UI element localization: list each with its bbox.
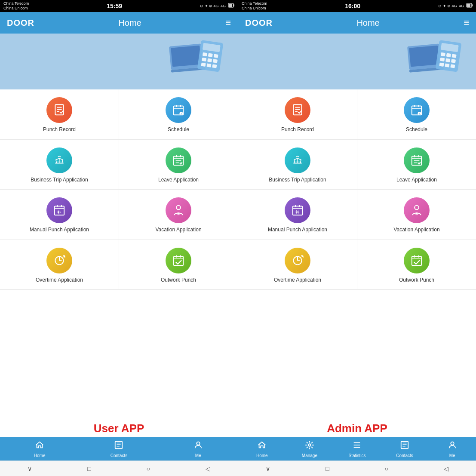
leave-icon — [166, 147, 191, 173]
status-bar: China Telecom China Unicom 15:59 ⊙ ✦ ⊛ 4… — [0, 0, 238, 12]
phones-container: China Telecom China Unicom 15:59 ⊙ ✦ ⊛ 4… — [0, 0, 476, 476]
overtime-label: Overtime Application — [36, 277, 83, 284]
svg-rect-72 — [452, 54, 457, 58]
manual-punch-label: Manual Punch Application — [268, 227, 327, 233]
menu-item-outwork[interactable]: Outwork Punch — [119, 240, 238, 290]
svg-text:4G: 4G — [459, 4, 464, 8]
outwork-icon — [404, 248, 430, 273]
svg-rect-4 — [233, 4, 234, 6]
bottom-nav: Home Manage Statistics Contacts Me — [238, 437, 476, 461]
schedule-label: Schedule — [406, 126, 427, 133]
leave-icon — [404, 147, 430, 173]
menu-button[interactable]: ≡ — [464, 17, 469, 28]
overtime-icon — [46, 248, 72, 273]
nav-item-contacts[interactable]: Contacts — [79, 437, 158, 461]
svg-rect-66 — [409, 46, 439, 67]
schedule-icon: 人 — [166, 97, 191, 123]
menu-item-schedule[interactable]: 人 Schedule — [119, 89, 238, 139]
svg-rect-55 — [115, 442, 123, 449]
status-time: 16:00 — [345, 3, 360, 9]
me-nav-label: Me — [195, 453, 201, 458]
schedule-label: Schedule — [168, 126, 189, 133]
menu-item-vacation[interactable]: Vacation Application — [357, 190, 476, 240]
manual-punch-icon: 补 — [46, 197, 72, 223]
svg-rect-6 — [171, 46, 201, 67]
admin-phone: China Telecom China Unicom 16:00 ⊙ ✦ ⊛ 4… — [238, 0, 476, 476]
nav-item-me[interactable]: Me — [428, 437, 476, 461]
menu-button[interactable]: ≡ — [225, 17, 231, 28]
svg-rect-77 — [445, 63, 449, 67]
punch-record-label: Punch Record — [43, 126, 76, 133]
contacts-nav-label: Contacts — [396, 453, 413, 458]
menu-item-leave[interactable]: Leave Application — [357, 140, 476, 190]
menu-item-manual-punch[interactable]: 补 Manual Punch Application — [238, 190, 357, 240]
home-nav-label: Home — [34, 453, 46, 458]
app-type-label: Admin APP — [238, 418, 476, 437]
menu-item-overtime[interactable]: Overtime Application — [238, 240, 357, 290]
nav-back[interactable]: ◁ — [199, 464, 217, 474]
header-title: Home — [118, 18, 141, 28]
nav-down[interactable]: ∨ — [259, 464, 277, 474]
menu-row-2: 补 Manual Punch Application Vacation Appl… — [238, 190, 476, 240]
punch-record-icon — [46, 97, 72, 123]
svg-rect-11 — [208, 53, 213, 57]
menu-row-1: Business Trip Application Leave Applicat… — [238, 140, 476, 190]
menu-item-manual-punch[interactable]: 补 Manual Punch Application — [0, 190, 119, 240]
menu-item-outwork[interactable]: Outwork Punch — [357, 240, 476, 290]
svg-rect-70 — [441, 52, 445, 56]
svg-rect-63 — [467, 4, 470, 7]
nav-square[interactable]: □ — [319, 464, 336, 474]
home-nav-icon — [35, 440, 44, 452]
svg-rect-16 — [201, 63, 206, 67]
svg-rect-74 — [445, 58, 450, 62]
svg-rect-13 — [202, 58, 206, 61]
nav-item-home[interactable]: Home — [238, 437, 286, 461]
schedule-icon: 人 — [404, 97, 430, 123]
user-phone: China Telecom China Unicom 15:59 ⊙ ✦ ⊛ 4… — [0, 0, 238, 476]
svg-text:⊙ ✦ ⊛ 4G: ⊙ ✦ ⊛ 4G — [438, 4, 457, 8]
vacation-label: Vacation Application — [393, 227, 439, 233]
business-trip-label: Business Trip Application — [31, 177, 88, 184]
vacation-label: Vacation Application — [155, 227, 201, 233]
nav-circle[interactable]: ○ — [378, 464, 395, 474]
menu-item-vacation[interactable]: Vacation Application — [119, 190, 238, 240]
menu-item-business-trip[interactable]: Business Trip Application — [238, 140, 357, 190]
menu-row-1: Business Trip Application Leave Applicat… — [0, 140, 238, 190]
menu-row-2: 补 Manual Punch Application Vacation Appl… — [0, 190, 238, 240]
nav-circle[interactable]: ○ — [139, 464, 157, 474]
svg-rect-119 — [401, 442, 408, 449]
menu-item-punch-record[interactable]: Punch Record — [238, 89, 357, 139]
menu-item-business-trip[interactable]: Business Trip Application — [0, 140, 119, 190]
svg-rect-71 — [446, 53, 451, 57]
overtime-label: Overtime Application — [274, 277, 321, 284]
manual-punch-icon: 补 — [285, 197, 310, 223]
home-nav-label: Home — [256, 453, 268, 458]
nav-back[interactable]: ◁ — [437, 464, 455, 474]
nav-item-statistics[interactable]: Statistics — [333, 437, 381, 461]
menu-row-3: Overtime Application Outwork Punch — [238, 240, 476, 290]
business-trip-icon — [46, 147, 72, 173]
nav-item-me[interactable]: Me — [159, 437, 238, 461]
app-header: DOOR Home ≡ — [0, 12, 238, 34]
statistics-nav-icon — [352, 440, 362, 452]
nav-item-contacts[interactable]: Contacts — [381, 437, 429, 461]
menu-item-leave[interactable]: Leave Application — [119, 140, 238, 190]
svg-rect-15 — [213, 59, 218, 63]
business-trip-icon — [285, 147, 310, 173]
nav-item-home[interactable]: Home — [0, 437, 79, 461]
nav-square[interactable]: □ — [80, 464, 98, 474]
svg-text:人: 人 — [418, 113, 421, 115]
bottom-nav: Home Contacts Me — [0, 437, 238, 461]
menu-item-overtime[interactable]: Overtime Application — [0, 240, 119, 290]
menu-item-punch-record[interactable]: Punch Record — [0, 89, 119, 139]
system-nav: ∨ □ ○ ◁ — [0, 461, 238, 476]
nav-down[interactable]: ∨ — [21, 464, 39, 474]
nav-item-manage[interactable]: Manage — [286, 437, 334, 461]
me-nav-label: Me — [449, 453, 455, 458]
svg-text:补: 补 — [295, 210, 300, 215]
svg-point-115 — [308, 444, 311, 446]
app-type-label: User APP — [0, 418, 238, 437]
system-nav: ∨ □ ○ ◁ — [238, 461, 476, 476]
banner — [0, 34, 238, 89]
menu-item-schedule[interactable]: 人 Schedule — [357, 89, 476, 139]
